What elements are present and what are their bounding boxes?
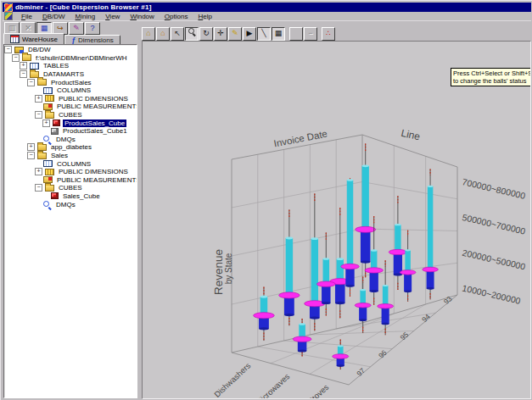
tree-node-label: COLUMNS (55, 86, 92, 94)
magnifier-icon (188, 28, 196, 36)
blank-button (289, 27, 303, 41)
glyph-layer (254, 143, 439, 369)
tree-node-f-shulin-dbminer-dbminerwh[interactable]: −f:\shulin\DBMiner\DBMinerWH (4, 54, 137, 63)
glyph-stoves-94[interactable] (400, 231, 416, 302)
cube-red-icon (51, 192, 59, 199)
tab-warehouse[interactable]: WareHouse (3, 33, 64, 44)
svg-text:Dishwashers: Dishwashers (212, 361, 252, 398)
expand-box[interactable]: + (20, 62, 27, 69)
glyph-dishwashers-97[interactable] (254, 287, 275, 341)
collapse-box[interactable]: − (12, 54, 20, 62)
tree-node-productsales[interactable]: −ProductSales (4, 78, 137, 86)
tree-node-datamarts[interactable]: −DATAMARTS (4, 70, 137, 79)
dmq-icon (43, 201, 52, 208)
menu-file[interactable]: File (16, 13, 37, 20)
tree-node-label: ProductSales_Cube (63, 119, 126, 127)
rotate-button[interactable]: ↻ (199, 27, 213, 41)
table-icon (43, 87, 53, 94)
tree-node-productsales-cube[interactable]: +ProductSales_Cube (4, 119, 137, 127)
tree-node-label: PUBLIC DIMENSIONS (57, 95, 130, 103)
svg-text:93: 93 (442, 294, 454, 306)
glyph-stoves-96[interactable] (355, 277, 371, 334)
glyph-stoves-93[interactable] (423, 169, 439, 299)
dimensions-icon: ƒ (71, 36, 76, 45)
collapse-box[interactable]: − (27, 152, 35, 159)
tree-node-label: CUBES (57, 111, 84, 119)
chart-grid (232, 135, 457, 385)
tree-node-productsales-cube1[interactable]: ProductSales_Cube1 (4, 127, 137, 136)
tree-node-label: app_diabetes (49, 143, 93, 151)
tree-node-label: DMQs (54, 201, 77, 208)
menu-mining[interactable]: Mining (70, 13, 101, 20)
glyph-microwaves-97[interactable] (293, 319, 311, 356)
svg-text:700000~800000: 700000~800000 (462, 176, 527, 201)
menu-help[interactable]: Help (193, 13, 216, 20)
expand-box[interactable]: + (27, 143, 35, 151)
mdi-child-icon[interactable] (4, 12, 13, 20)
menu-bar: FileDB/DWMiningViewWindowOptionsHelp (3, 12, 531, 20)
menu-window[interactable]: Window (125, 13, 159, 20)
svg-text:500000~700000: 500000~700000 (462, 212, 527, 236)
expand-box[interactable]: + (42, 119, 50, 127)
scatter-tool-button[interactable]: ∴ (322, 27, 335, 41)
tree-node-public-measurements[interactable]: PUBLIC MEASUREMENTS (4, 103, 137, 111)
expand-box[interactable]: + (35, 95, 42, 103)
pan-button[interactable]: ✛ (214, 27, 227, 41)
line-tool-button[interactable]: ╲ (257, 27, 271, 41)
select-cursor-button[interactable]: ↖ (171, 27, 184, 41)
play-button[interactable]: ▶ (243, 27, 256, 41)
tree-node-public-measurements[interactable]: PUBLIC MEASUREMENTS (4, 176, 137, 185)
window-title: dbminer - [Cube Dispersion Browser #1] (15, 3, 152, 11)
dispersion-chart: Invoice DateLineRevenueby State700000~80… (143, 42, 530, 398)
collapse-box[interactable]: − (35, 184, 42, 192)
dim-icon (45, 95, 54, 102)
glyph-stoves-97[interactable] (333, 340, 349, 369)
glyph-dishwashers-95[interactable] (305, 193, 325, 331)
tree-node-label: ProductSales (49, 79, 93, 86)
glyph-dishwashers-96[interactable] (279, 210, 300, 326)
pencil-button[interactable]: ✎ (228, 27, 242, 41)
expand-box[interactable]: + (35, 168, 42, 175)
tree-node-cubes[interactable]: −CUBES (4, 111, 137, 119)
dmq-icon (43, 136, 52, 143)
folder-icon (45, 112, 54, 119)
svg-text:Revenue: Revenue (212, 249, 225, 295)
svg-text:200000~500000: 200000~500000 (462, 247, 527, 272)
menu-options[interactable]: Options (160, 13, 193, 20)
tooltip-line1: Press Ctrl+Select or Shift+Sele (453, 69, 531, 77)
menu-db-dw[interactable]: DB/DW (37, 13, 70, 20)
tree-node-dmqs[interactable]: DMQs (4, 136, 137, 144)
plot-panel: Invoice DateLineRevenueby State700000~80… (142, 41, 531, 399)
tree-node-columns[interactable]: COLUMNS (4, 159, 137, 168)
home-reset-button[interactable]: ⌂ (156, 27, 170, 41)
menu-view[interactable]: View (100, 13, 125, 20)
tree-node-public-dimensions[interactable]: +PUBLIC DIMENSIONS (4, 95, 137, 103)
tree-node-label: COLUMNS (55, 160, 92, 168)
tree-node-sales[interactable]: −Sales (4, 152, 137, 160)
tree-node-cubes[interactable]: −CUBES (4, 184, 137, 192)
collapse-box[interactable]: − (4, 46, 12, 53)
collapse-box[interactable]: − (35, 111, 42, 119)
balls-status-tooltip: Press Ctrl+Select or Shift+Sele to chang… (451, 68, 531, 86)
tree-node-label: CUBES (57, 184, 84, 192)
collapse-box[interactable]: − (20, 70, 27, 78)
table-icon (43, 160, 53, 167)
tree-node-tables[interactable]: +TABLES (4, 62, 137, 70)
zoom-button[interactable] (185, 27, 199, 41)
tree-node-app-diabetes[interactable]: +app_diabetes (4, 143, 137, 152)
grid-tool-button[interactable]: ▦ (272, 27, 285, 41)
tree-node-public-dimensions[interactable]: +PUBLIC DIMENSIONS (4, 168, 137, 176)
warehouse-tree: −DB/DW−f:\shulin\DBMiner\DBMinerWH+TABLE… (3, 44, 137, 398)
tree-node-label: Sales (49, 152, 70, 159)
tree-node-sales-cube[interactable]: Sales_Cube (4, 192, 137, 201)
collapse-box[interactable]: − (27, 79, 35, 86)
svg-text:Line: Line (400, 127, 422, 143)
tree-node-label: Sales_Cube (61, 192, 102, 200)
tree-node-label: PUBLIC MEASUREMENTS (55, 103, 137, 110)
tree-node-dmqs[interactable]: DMQs (4, 200, 137, 208)
tree-node-label: f:\shulin\DBMiner\DBMinerWH (34, 54, 129, 62)
tree-node-columns[interactable]: COLUMNS (4, 86, 137, 95)
home-view-button[interactable]: ⌂ (142, 27, 155, 41)
svg-text:by State: by State (224, 253, 233, 284)
svg-text:97: 97 (355, 366, 367, 378)
